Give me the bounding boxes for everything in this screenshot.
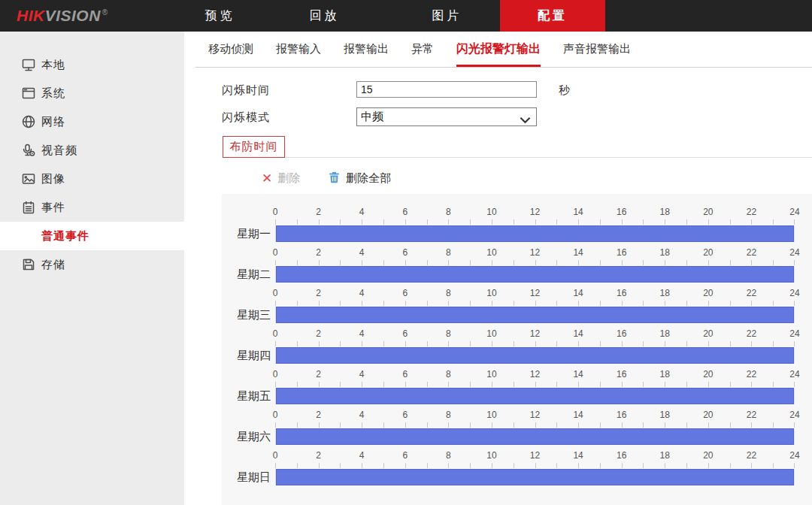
hour-label: 22 [747,450,756,461]
tick-mark [297,301,298,306]
schedule-track[interactable] [275,266,795,283]
tick-mark [600,341,601,346]
tick-mark [448,219,449,225]
tick-mark [556,301,557,306]
sidebar-item-image[interactable]: 图像 [0,165,184,193]
tick-mark [730,301,731,306]
tick-mark [405,341,406,346]
sidebar-item-system[interactable]: 系统 [0,79,184,107]
sidebar-item-event[interactable]: 事件 [0,193,184,222]
schedule-bar[interactable] [276,266,794,283]
delete-all-button[interactable]: 删除全部 [328,171,391,186]
hour-label: 10 [486,288,496,298]
schedule-bar[interactable] [276,388,794,404]
tick-mark [773,382,774,387]
tick-mark [470,260,471,265]
hour-label: 16 [617,410,626,420]
sidebar-item-network[interactable]: 网络 [0,107,184,136]
tick-mark [383,341,384,346]
hour-label: 14 [573,369,583,380]
nav-config[interactable]: 配置 [500,0,605,32]
registered-mark: ® [102,8,108,17]
arming-schedule-button[interactable]: 布防时间 [223,136,285,158]
tick-mark [319,463,320,468]
tick-mark [427,382,428,387]
tick-mark [492,422,492,428]
image-icon [21,171,36,186]
tab-alarm-input[interactable]: 报警输入 [276,32,321,67]
tick-mark [643,219,644,225]
timeline: 024681012141618202224 [275,203,795,243]
sidebar-item-label: 普通事件 [41,229,89,243]
hour-label: 24 [789,207,799,217]
flash-mode-select[interactable]: 中频 [356,107,537,126]
schedule-track[interactable] [275,225,795,242]
tick-mark [362,463,362,468]
sidebar-item-label: 系统 [41,86,65,101]
sidebar-item-video-audio[interactable]: 视音频 [0,136,184,165]
nav-playback[interactable]: 回放 [292,0,356,32]
tick-mark [492,219,492,225]
tick-mark [643,382,644,387]
hour-label: 4 [359,328,365,339]
storage-icon [21,257,36,272]
hour-label: 8 [446,450,451,461]
tick-mark [730,341,731,346]
tick-mark [514,219,514,225]
schedule-bar[interactable] [276,225,794,242]
day-label: 星期二 [237,266,271,283]
nav-picture[interactable]: 图片 [415,0,479,32]
schedule-bar[interactable] [276,307,794,323]
hour-label: 8 [446,207,451,217]
sidebar-item-storage[interactable]: 存储 [0,250,184,279]
sidebar-item-basic-event[interactable]: 普通事件 [0,222,184,250]
tick-mark [773,422,774,428]
hour-label: 6 [402,328,408,339]
tick-mark [535,219,536,225]
hour-label: 2 [316,207,321,217]
delete-button[interactable]: ✕ 删除 [262,171,300,186]
schedule-track[interactable] [275,347,795,364]
schedule-track[interactable] [275,388,795,404]
tick-mark [297,463,298,468]
tick-mark [600,422,601,428]
hour-label: 20 [703,288,713,298]
tick-mark [340,463,341,468]
schedule-bar[interactable] [276,469,794,485]
schedule-bar[interactable] [276,347,794,364]
nav-preview[interactable]: 预览 [188,0,252,32]
tab-audio-alarm-output[interactable]: 声音报警输出 [563,32,631,67]
day-label: 星期三 [237,307,271,323]
tab-alarm-output[interactable]: 报警输出 [344,32,389,67]
sidebar-item-label: 存储 [41,258,65,272]
sidebar-item-local[interactable]: 本地 [0,50,184,79]
globe-icon [21,114,36,129]
hour-label: 24 [789,369,799,380]
tick-mark [556,341,557,346]
tick-mark [643,301,644,306]
tab-flash-alarm-output[interactable]: 闪光报警灯输出 [456,32,541,67]
tick-mark [773,301,774,306]
tick-mark [794,219,795,225]
hour-label: 16 [617,450,626,461]
schedule-bar[interactable] [276,428,794,445]
hour-label: 8 [446,247,451,258]
tick-mark [773,219,774,225]
schedule-track[interactable] [275,307,795,323]
tick-mark [514,422,514,428]
tab-motion-detection[interactable]: 移动侦测 [208,32,253,67]
tick-mark [643,260,644,265]
tab-exception[interactable]: 异常 [411,32,434,67]
tick-mark [405,463,406,468]
flash-time-input[interactable] [356,81,537,98]
tab-bar: 移动侦测报警输入报警输出异常闪光报警灯输出声音报警输出 [195,32,812,68]
schedule-track[interactable] [275,469,795,485]
tick-mark [665,301,665,306]
schedule-track[interactable] [275,428,795,445]
tick-mark [794,301,795,306]
hour-label: 8 [446,328,451,339]
hour-label: 0 [273,247,278,258]
tick-mark [297,341,298,346]
schedule-row: 星期日024681012141618202224 [222,446,812,487]
tick-mark [794,463,795,468]
